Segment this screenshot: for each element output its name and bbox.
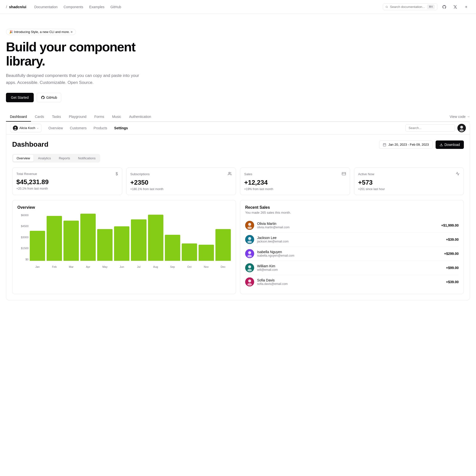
bar-Jan [30, 214, 45, 261]
inner-nav-overview[interactable]: Overview [45, 125, 66, 132]
download-button[interactable]: Download [436, 140, 464, 149]
sale-info: William Kim will@email.com [257, 264, 443, 272]
twitter-icon[interactable] [451, 3, 459, 11]
nav-github[interactable]: GitHub [110, 5, 121, 9]
y-label-1: $4500 [17, 225, 29, 228]
date-range-button[interactable]: Jan 20, 2023 - Feb 09, 2023 [379, 140, 432, 149]
sale-info: Isabella Nguyen isabella.nguyen@email.co… [257, 250, 441, 257]
inner-nav-links: Overview Customers Products Settings [45, 125, 131, 132]
svg-rect-7 [383, 143, 386, 146]
sale-item: William Kim will@email.com +$99.00 [245, 261, 459, 275]
x-label-1: Feb [47, 265, 62, 268]
bar-fill [148, 215, 163, 261]
metric-revenue: Total Revenue $ $45,231.89 +20.1% from l… [12, 168, 122, 195]
inner-nav-products[interactable]: Products [90, 125, 110, 132]
ov-tab-notifications[interactable]: Notifications [75, 155, 99, 162]
chevron-down-icon: ⌄ [37, 127, 39, 129]
bar-fill [47, 216, 62, 261]
metric-subscriptions: Subscriptions +2350 +180.1% from last mo… [126, 168, 236, 195]
dashboard-title: Dashboard [12, 140, 48, 148]
ov-tab-overview[interactable]: Overview [13, 155, 33, 162]
user-select[interactable]: Alicia Koch ⌄ [10, 124, 41, 132]
ov-tab-reports[interactable]: Reports [55, 155, 74, 162]
x-label-0: Jan [30, 265, 45, 268]
download-label: Download [445, 143, 460, 147]
chart-area: $6000 $4500 $3000 $1500 $0 JanFebMarAprM… [17, 214, 231, 268]
get-started-button[interactable]: Get Started [6, 93, 34, 102]
theme-toggle[interactable]: ☀ [462, 3, 470, 11]
dollar-icon: $ [116, 172, 118, 176]
svg-point-12 [229, 172, 230, 173]
bar-fill [131, 219, 146, 261]
svg-point-3 [14, 129, 17, 130]
nav-components[interactable]: Components [63, 5, 83, 9]
inner-nav-settings[interactable]: Settings [111, 125, 131, 132]
svg-point-2 [15, 127, 16, 128]
metric-subs-sub: +180.1% from last month [130, 187, 232, 191]
metric-active: Active Now +573 +201 since last hour [354, 168, 464, 195]
view-code-button[interactable]: View code → [450, 115, 470, 119]
github-icon[interactable] [440, 3, 448, 11]
bar-Jun [114, 214, 129, 261]
logo-text: shadcn/ui [9, 5, 26, 9]
bar-Apr [80, 214, 96, 261]
metric-revenue-value: $45,231.89 [16, 178, 118, 186]
tab-forms[interactable]: Forms [90, 112, 108, 122]
top-nav: / shadcn/ui Documentation Components Exa… [0, 0, 476, 14]
bar-fill [165, 235, 180, 261]
tab-cards[interactable]: Cards [31, 112, 48, 122]
inner-nav: Alicia Koch ⌄ Overview Customers Product… [6, 122, 470, 135]
x-label-7: Aug [148, 265, 163, 268]
sale-email: will@email.com [257, 268, 443, 272]
users-icon [228, 172, 232, 177]
github-button[interactable]: GitHub [37, 93, 61, 102]
calendar-icon [383, 143, 386, 146]
ov-tab-analytics[interactable]: Analytics [34, 155, 54, 162]
sale-avatar [245, 221, 254, 230]
download-icon [440, 143, 443, 146]
bars-container [30, 214, 231, 261]
tab-music[interactable]: Music [108, 112, 125, 122]
logo[interactable]: / shadcn/ui [6, 5, 26, 9]
sale-name: Sofia Davis [257, 278, 443, 282]
inner-nav-customers[interactable]: Customers [67, 125, 90, 132]
svg-point-0 [386, 6, 387, 8]
inner-nav-right [405, 124, 466, 132]
announce-bar[interactable]: 🎉 Introducing Style, a new CLI and more.… [6, 29, 76, 35]
sale-avatar [245, 277, 254, 286]
profile-avatar[interactable] [457, 124, 466, 132]
search-box[interactable]: ⌘K [383, 3, 437, 10]
sales-list: Olivia Martin olivia.martin@email.com +$… [245, 218, 459, 289]
tab-playground[interactable]: Playground [65, 112, 90, 122]
tab-authentication[interactable]: Authentication [125, 112, 155, 122]
user-name: Alicia Koch [19, 126, 35, 130]
sale-name: Olivia Martin [257, 222, 438, 226]
svg-point-16 [248, 223, 251, 226]
bar-fill [97, 229, 113, 261]
svg-point-28 [248, 279, 251, 282]
bar-fill [182, 243, 197, 261]
bar-Dec [215, 214, 231, 261]
credit-card-icon [342, 172, 346, 177]
y-label-0: $6000 [17, 214, 29, 217]
y-label-4: $0 [17, 258, 29, 261]
nav-examples[interactable]: Examples [89, 5, 104, 9]
dashboard-header-right: Jan 20, 2023 - Feb 09, 2023 Download [379, 140, 464, 149]
kbd-shortcut: ⌘K [427, 5, 435, 9]
tab-dashboard[interactable]: Dashboard [6, 112, 31, 122]
bar-fill [215, 229, 231, 261]
user-avatar [13, 126, 18, 131]
x-labels: JanFebMarAprMayJunJulAugSepOctNovDec [30, 265, 231, 268]
sale-amount: +$1,999.00 [441, 223, 459, 227]
sale-info: Sofia Davis sofia.davis@email.com [257, 278, 443, 286]
recent-sales-card: Recent Sales You made 265 sales this mon… [240, 200, 464, 294]
hero-headline: Build your component library. [6, 40, 143, 68]
inner-search-input[interactable] [405, 124, 455, 132]
y-label-2: $3000 [17, 236, 29, 239]
search-input[interactable] [390, 5, 425, 9]
tab-tasks[interactable]: Tasks [48, 112, 65, 122]
bar-fill [30, 231, 45, 261]
nav-documentation[interactable]: Documentation [34, 5, 58, 9]
y-label-3: $1500 [17, 247, 29, 250]
sale-email: sofia.davis@email.com [257, 282, 443, 286]
